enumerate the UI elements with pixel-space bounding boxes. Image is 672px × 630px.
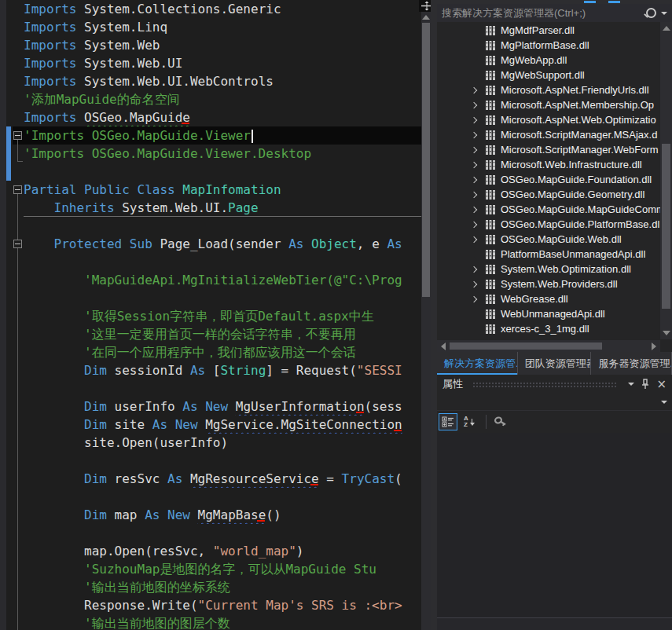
code-line[interactable]: Imports OSGeo.MapGuide [13,108,421,126]
code-line[interactable]: Dim resSvc As MgResourceService = TryCas… [13,470,421,488]
code-line[interactable]: Imports System.Web.UI.WebControls [13,72,421,90]
code-line[interactable]: Protected Sub Page_Load(sender As Object… [13,235,421,253]
code-line[interactable] [13,253,421,271]
tree-item[interactable]: OSGeo.MapGuide.MapGuideComm [437,202,672,217]
tree-item[interactable]: Microsoft.AspNet.Web.Optimizatio [437,112,672,127]
code-line[interactable]: '输出当前地图的图层个数 [13,614,421,630]
code-line[interactable]: map.Open(resSvc, "world_map") [13,542,421,560]
code-line[interactable] [13,524,421,542]
code-line-current[interactable]: 'Imports OSGeo.MapGuide.Viewer [13,126,421,145]
code-line[interactable] [13,163,421,181]
tree-item[interactable]: MgMdfParser.dll [437,23,672,38]
expand-arrow-icon[interactable] [471,266,477,272]
tree-item[interactable]: MgWebSupport.dll [437,68,672,82]
tree-item[interactable]: System.Web.Providers.dll [437,277,672,291]
property-pages-button[interactable] [491,413,510,430]
expand-arrow-icon[interactable] [471,206,477,212]
tree-item[interactable]: MgWebApp.dll [437,53,672,68]
tree-horizontal-scrollbar[interactable] [437,340,660,352]
expand-arrow-icon[interactable] [471,116,477,123]
code-line[interactable]: Dim sessionId As [String] = Request("SES… [13,361,421,379]
expand-arrow-icon[interactable] [471,146,477,152]
search-input[interactable]: 搜索解决方案资源管理器(Ctrl+;) [442,6,646,20]
code-line[interactable] [13,488,421,506]
editor-scrollbar-thumb[interactable] [422,23,430,297]
code-line[interactable]: Imports System.Linq [13,18,421,36]
collapse-region-button[interactable] [13,240,22,248]
tree-item[interactable]: Microsoft.Web.Infrastructure.dll [437,157,672,172]
code-editor[interactable]: Imports System.Collections.GenericImport… [0,0,431,630]
tree-item[interactable]: PlatformBaseUnmanagedApi.dll [437,247,672,262]
editor-split-handle[interactable] [419,0,431,12]
tab-team-explorer[interactable]: 团队资源管理器 [518,352,592,375]
search-options-dropdown-icon[interactable] [661,12,667,15]
tree-item[interactable]: WebGrease.dll [437,291,672,306]
code-line[interactable]: '取得Session字符串，即首页Default.aspx中生 [13,307,421,325]
panel-splitter[interactable] [431,0,437,630]
tree-vertical-scrollbar[interactable] [660,22,672,339]
scroll-down-icon[interactable] [663,331,670,335]
expand-arrow-icon[interactable] [471,176,477,182]
tree-item[interactable]: OSGeo.MapGuide.Web.dll [437,232,672,247]
tab-solution-explorer[interactable]: 解决方案资源管... [437,352,518,375]
tab-server-explorer[interactable]: 服务器资源管理... [591,352,672,375]
expand-arrow-icon[interactable] [471,280,477,287]
window-position-dropdown-icon[interactable] [628,383,634,386]
tree-item[interactable]: System.Web.Optimization.dll [437,262,672,277]
collapse-region-button[interactable] [13,185,22,194]
scrollbar-up-arrow-icon[interactable] [422,15,430,20]
search-icon[interactable] [646,8,656,18]
properties-object-selector[interactable] [437,394,672,411]
code-line[interactable] [13,379,421,397]
code-line[interactable] [13,217,421,235]
code-line[interactable]: Dim map As New MgMapBase() [13,506,421,524]
scroll-right-icon[interactable] [652,342,656,350]
properties-panel-header[interactable]: 属性 × [437,375,672,394]
expand-arrow-icon[interactable] [471,295,477,302]
code-line[interactable]: Partial Public Class MapInfomation [13,181,421,199]
close-icon[interactable]: × [656,379,666,390]
solution-explorer-search[interactable]: 搜索解决方案资源管理器(Ctrl+;) [437,4,672,22]
tree-item[interactable]: OSGeo.MapGuide.Foundation.dll [437,172,672,187]
expand-arrow-icon[interactable] [471,161,477,167]
code-line[interactable]: Inherits System.Web.UI.Page [13,199,421,217]
expand-arrow-icon[interactable] [471,191,477,197]
code-line[interactable]: '在同一个应用程序中，我们都应该用这一个会话 [13,343,421,361]
code-line[interactable] [13,452,421,470]
tree-item[interactable]: OSGeo.MapGuide.Geometry.dll [437,187,672,202]
tree-item[interactable]: xerces-c_3_1mg.dll [437,321,672,336]
tree-item[interactable]: MgPlatformBase.dll [437,38,672,53]
code-line[interactable]: Imports System.Collections.Generic [13,0,421,18]
expand-arrow-icon[interactable] [471,131,477,137]
expand-arrow-icon[interactable] [471,101,477,108]
alphabetical-sort-button[interactable]: AZ [460,413,479,430]
code-line[interactable]: '添加MapGuide的命名空间 [13,90,421,108]
tree-item[interactable]: Microsoft.ScriptManager.MSAjax.d [437,127,672,142]
code-line[interactable]: Imports System.Web [13,36,421,54]
code-line[interactable]: '输出当前地图的坐标系统 [13,578,421,596]
expand-arrow-icon[interactable] [471,86,477,93]
code-line[interactable]: 'SuzhouMap是地图的名字，可以从MapGuide Stu [13,560,421,578]
tree-item[interactable]: Microsoft.AspNet.Membership.Op [437,97,672,112]
tree-item[interactable]: Microsoft.AspNet.FriendlyUrls.dll [437,82,672,97]
code-line[interactable]: 'Imports OSGeo.MapGuide.Viewer.Desktop [13,145,421,163]
panel-drag-grip[interactable] [472,382,618,387]
tree-item[interactable]: OSGeo.MapGuide.PlatformBase.dl [437,217,672,232]
collapse-region-button[interactable] [13,131,22,140]
tree-item[interactable]: Microsoft.ScriptManager.WebForm [437,142,672,157]
combo-dropdown-icon[interactable] [661,401,667,404]
tree-hscroll-thumb[interactable] [450,342,602,350]
code-line[interactable] [13,289,421,307]
code-line[interactable]: 'MapGuideApi.MgInitializeWebTier(@"C:\Pr… [13,271,421,289]
code-line[interactable]: site.Open(userInfo) [13,434,421,452]
categorized-view-button[interactable] [439,413,457,430]
code-line[interactable]: Dim site As New MgService.MgSiteConnecti… [13,416,421,434]
breakpoint-margin[interactable] [0,0,6,630]
expand-arrow-icon[interactable] [471,221,477,227]
scroll-up-icon[interactable] [663,26,670,31]
code-line[interactable]: Imports System.Web.UI [13,54,421,72]
tree-item[interactable]: WebUnmanagedApi.dll [437,306,672,321]
tree-vscroll-thumb[interactable] [662,144,670,309]
code-line[interactable]: '这里一定要用首页一样的会话字符串，不要再用 [13,325,421,343]
scroll-left-icon[interactable] [441,342,446,350]
